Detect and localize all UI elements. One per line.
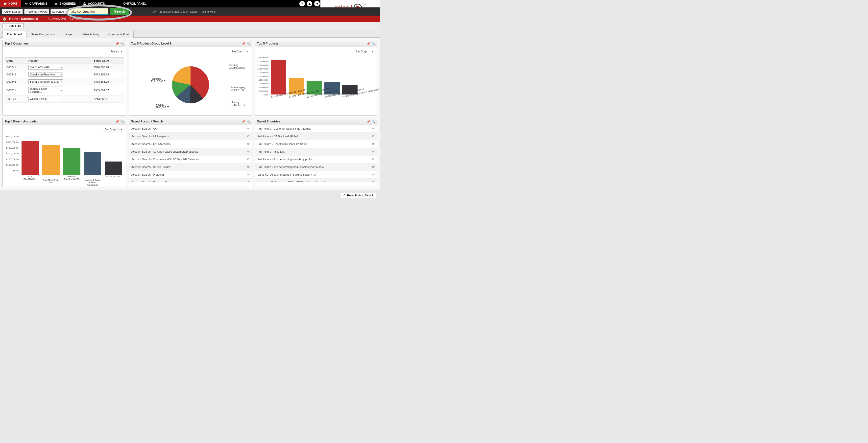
pod-top-customers: Top 5 Customers 📌🔍 Table CodeAccountSale… xyxy=(2,40,126,116)
table-row[interactable]: C00741D A BLACKWELL£520,606.94 xyxy=(5,64,124,71)
list-item[interactable]: Full Picture - Top performing branch by … xyxy=(255,156,377,163)
account-dropdown[interactable]: Donaldson Plant Hire xyxy=(28,72,63,77)
refresh-icon[interactable]: ⟳ xyxy=(372,150,375,153)
refresh-icon[interactable]: ⟳ xyxy=(372,173,375,177)
account-dropdown[interactable]: D A BLACKWELL xyxy=(28,65,63,69)
zoom-icon[interactable]: 🔍 xyxy=(371,42,375,45)
pin-icon[interactable]: 📌 xyxy=(242,42,245,45)
list-item[interactable]: Account Search - Cork Accounts⟳ xyxy=(129,140,252,148)
cell-value: £463,565.68 xyxy=(92,71,124,78)
refresh-icon[interactable]: ⟳ xyxy=(247,142,250,146)
list-item[interactable]: Variance - Accounts falling in building … xyxy=(255,171,377,179)
list-item[interactable]: Account Search - Project B⟳ xyxy=(129,171,252,179)
refresh-icon[interactable]: ⟳ xyxy=(247,134,250,138)
saved-enquiries-list[interactable]: Full Picture - Customer Spend YTD (Rolli… xyxy=(255,125,377,182)
nav-accounts[interactable]: ACCOUNTS xyxy=(80,0,108,7)
recently-viewed-button[interactable]: Recently Viewed xyxy=(24,9,49,14)
zoom-icon[interactable]: 🔍 xyxy=(246,120,250,123)
tab-sales-activity[interactable]: Sales Activity xyxy=(77,31,104,38)
go-button[interactable]: ➔ xyxy=(313,0,320,7)
table-row[interactable]: C00001James & Sons Builders...£359,394.5… xyxy=(5,85,124,95)
user-icon xyxy=(307,1,312,6)
refresh-icon[interactable]: ⟳ xyxy=(372,127,375,130)
bar xyxy=(22,141,39,176)
view-mode-dropdown[interactable]: Pie Chart xyxy=(230,49,250,54)
list-item[interactable]: Account Search - All Prospects⟳ xyxy=(129,133,252,140)
date-filter-button[interactable]: Date Filter xyxy=(2,23,24,28)
pin-icon[interactable]: 📌 xyxy=(116,120,119,123)
table-row[interactable]: C00645Bentalls Shopfronts LTD£426,668.70 xyxy=(5,78,124,85)
col-account: Account xyxy=(27,58,92,64)
tab-sales-comparison[interactable]: Sales Comparison xyxy=(26,31,60,38)
view-mode-dropdown[interactable]: Bar Graph xyxy=(103,127,124,132)
search-all-dropdown[interactable]: Search All xyxy=(51,9,69,14)
view-mode-dropdown[interactable]: Bar Graph xyxy=(354,49,375,54)
pin-icon[interactable]: 📌 xyxy=(116,42,119,45)
list-item[interactable]: Variance - All Customers YTD v PYTD roll… xyxy=(255,179,377,182)
saved-search-list[interactable]: Account Search - AKA⟳Account Search - Al… xyxy=(129,125,252,182)
pie-label-building: Building£2,503,010.57 xyxy=(229,64,245,69)
nav-enquiries[interactable]: ENQUIRIES xyxy=(51,0,80,7)
tab-command-post[interactable]: Command Post xyxy=(104,31,134,38)
list-item[interactable]: Account Search - Coventry based customer… xyxy=(129,148,252,156)
table-row[interactable]: C00173Wilson & Pain£213,883.11 xyxy=(5,95,124,103)
search-submit-button[interactable]: Search xyxy=(110,8,129,15)
tab-target[interactable]: Target xyxy=(60,31,77,38)
list-item[interactable]: Full Picture - Customer Spend YTD (Rolli… xyxy=(255,125,377,133)
refresh-icon[interactable]: ⟳ xyxy=(247,127,250,130)
bank-icon xyxy=(83,2,86,5)
table-row[interactable]: C00648Donaldson Plant Hire£463,565.68 xyxy=(5,71,124,78)
zoom-icon[interactable]: 🔍 xyxy=(371,120,375,123)
refresh-icon[interactable]: ⟳ xyxy=(372,181,375,182)
list-item[interactable]: Full Picture - DA Blackwell Global⟳ xyxy=(255,133,377,140)
view-mode-label: Pie Chart xyxy=(232,50,243,53)
search-icon xyxy=(5,24,8,27)
brand-tm: ™ xyxy=(364,4,366,6)
help-button[interactable]: ? xyxy=(298,0,306,7)
view-tabs: Dashboard Sales Comparison Target Sales … xyxy=(0,30,380,37)
account-dropdown[interactable]: James & Sons Builders... xyxy=(28,87,63,94)
refresh-icon[interactable]: ⟳ xyxy=(372,158,375,161)
chevron-down-icon xyxy=(370,50,373,53)
pin-icon[interactable]: 📌 xyxy=(367,42,370,45)
pod-title: Saved Account Search xyxy=(131,120,163,123)
cell-value: £359,394.57 xyxy=(92,85,124,95)
page-title: Home - Dashboard xyxy=(9,17,38,21)
pin-icon[interactable]: 📌 xyxy=(367,120,370,123)
pod-top-products: Top 5 Products 📌🔍 Bar Graph £200,000.00£… xyxy=(255,40,377,116)
list-item-label: Account Search - Cork Accounts xyxy=(131,143,170,146)
view-mode-dropdown[interactable]: Table xyxy=(109,49,124,54)
list-item[interactable]: Account Search - Customers With 90 Day A… xyxy=(129,156,252,163)
refresh-icon[interactable]: ⟳ xyxy=(247,165,250,169)
account-dropdown[interactable]: Wilson & Pain xyxy=(28,97,63,101)
y-axis-ticks: £600,000.00£500,000.00£400,000.00£300,00… xyxy=(4,135,19,175)
user-button[interactable] xyxy=(306,0,313,7)
refresh-icon[interactable]: ⟳ xyxy=(247,158,250,161)
pin-icon[interactable]: 📌 xyxy=(242,120,245,123)
refresh-icon[interactable]: ⟳ xyxy=(372,142,375,146)
zoom-icon[interactable]: 🔍 xyxy=(120,42,124,45)
pie-label-heating: Heating£945,893.05 xyxy=(156,103,169,109)
refresh-icon[interactable]: ⟳ xyxy=(247,181,250,182)
refresh-icon[interactable]: ⟳ xyxy=(372,165,375,169)
list-item[interactable]: Account Search - Ridgeons Test⟳ xyxy=(129,179,252,182)
list-item[interactable]: Full Picture - Top performing product sa… xyxy=(255,163,377,171)
refresh-icon[interactable]: ⟳ xyxy=(247,150,250,153)
account-dropdown[interactable]: Bentalls Shopfronts LTD xyxy=(28,80,63,84)
nav-home[interactable]: HOME xyxy=(0,0,21,7)
reset-pods-button[interactable]: ⟳ Reset Pods to Default xyxy=(341,192,376,198)
quick-search-button[interactable]: Quick Search xyxy=(2,9,23,14)
zoom-icon[interactable]: 🔍 xyxy=(246,42,250,45)
nav-campaigns[interactable]: CAMPAIGNS xyxy=(21,0,51,7)
search-input[interactable] xyxy=(69,8,108,15)
nav-control-panel-obscured[interactable]: ONTROL PANEL xyxy=(108,0,150,7)
pod-parent-accounts: Top 5 Parent Accounts 📌🔍 Bar Graph £600,… xyxy=(2,118,126,187)
tab-dashboard[interactable]: Dashboard xyxy=(2,31,27,38)
list-item[interactable]: Account Search - House Builder⟳ xyxy=(129,163,252,171)
list-item[interactable]: Full Picture - Donaldson Plant Hire Sale… xyxy=(255,140,377,148)
refresh-icon[interactable]: ⟳ xyxy=(247,173,250,177)
list-item[interactable]: Account Search - AKA⟳ xyxy=(129,125,252,133)
list-item[interactable]: Full Picture - mike test⟳ xyxy=(255,148,377,156)
refresh-icon[interactable]: ⟳ xyxy=(372,134,375,138)
zoom-icon[interactable]: 🔍 xyxy=(120,120,124,123)
